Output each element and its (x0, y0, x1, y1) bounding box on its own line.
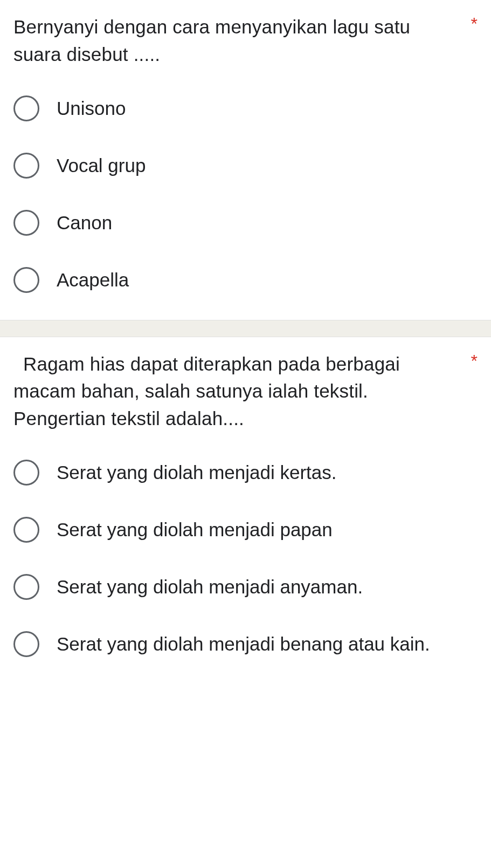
option-label: Acapella (57, 267, 129, 292)
radio-option[interactable]: Acapella (13, 267, 478, 293)
option-label: Vocal grup (57, 153, 146, 178)
option-label: Unisono (57, 95, 126, 121)
radio-option[interactable]: Unisono (13, 95, 478, 121)
question-header: Bernyanyi dengan cara menyanyikan lagu s… (13, 13, 478, 69)
radio-option[interactable]: Serat yang diolah menjadi papan (13, 517, 478, 543)
radio-option[interactable]: Serat yang diolah menjadi anyaman. (13, 574, 478, 600)
radio-icon (13, 267, 39, 293)
option-label: Serat yang diolah menjadi benang atau ka… (57, 631, 430, 657)
radio-icon (13, 517, 39, 543)
radio-option[interactable]: Canon (13, 210, 478, 236)
option-label: Serat yang diolah menjadi papan (57, 517, 333, 542)
section-divider (0, 320, 491, 337)
question-text: Bernyanyi dengan cara menyanyikan lagu s… (13, 13, 463, 69)
option-label: Serat yang diolah menjadi kertas. (57, 460, 336, 485)
radio-icon (13, 153, 39, 179)
radio-icon (13, 95, 39, 121)
radio-icon (13, 460, 39, 486)
radio-option[interactable]: Vocal grup (13, 153, 478, 179)
radio-icon (13, 574, 39, 600)
question-header: Ragam hias dapat diterapkan pada berbaga… (13, 351, 478, 433)
question-card-1: Bernyanyi dengan cara menyanyikan lagu s… (0, 0, 491, 320)
radio-option[interactable]: Serat yang diolah menjadi kertas. (13, 460, 478, 486)
required-indicator: * (471, 13, 478, 34)
radio-icon (13, 631, 39, 657)
required-indicator: * (471, 351, 478, 371)
radio-option[interactable]: Serat yang diolah menjadi benang atau ka… (13, 631, 478, 657)
radio-icon (13, 210, 39, 236)
question-card-2: Ragam hias dapat diterapkan pada berbaga… (0, 337, 491, 684)
option-label: Serat yang diolah menjadi anyaman. (57, 574, 363, 599)
option-label: Canon (57, 210, 112, 235)
question-text: Ragam hias dapat diterapkan pada berbaga… (13, 351, 463, 433)
options-group: Serat yang diolah menjadi kertas. Serat … (13, 460, 478, 657)
options-group: Unisono Vocal grup Canon Acapella (13, 95, 478, 293)
